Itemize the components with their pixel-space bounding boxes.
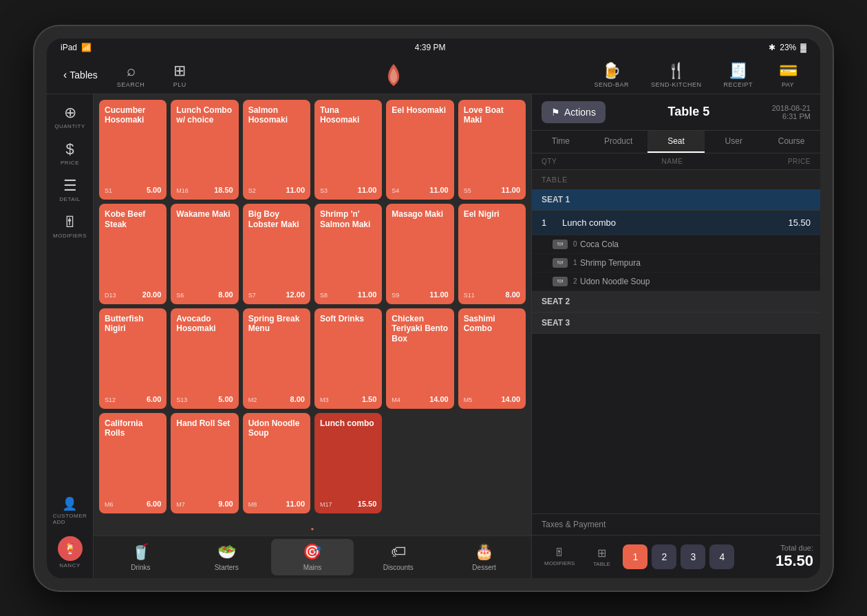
category-discounts[interactable]: 🏷 Discounts: [356, 539, 440, 575]
table-datetime: 2018-08-21 6:31 PM: [772, 104, 811, 120]
seat-3-button[interactable]: 3: [681, 544, 705, 569]
menu-item-code: S8: [320, 292, 328, 299]
price-button[interactable]: $ PRICE: [47, 136, 93, 170]
menu-item-s6[interactable]: Wakame Maki S6 8.00: [171, 204, 238, 304]
menu-item-code: S2: [248, 187, 256, 194]
menu-item-m16[interactable]: Lunch Combo w/ choice M16 18.50: [171, 100, 238, 200]
menu-item-m6[interactable]: California Rolls M6 6.00: [99, 413, 167, 513]
send-kitchen-icon: 🍴: [667, 62, 685, 80]
menu-item-s5[interactable]: Love Boat Maki S5 11.00: [458, 100, 526, 200]
menu-item-m5[interactable]: Sashimi Combo M5 14.00: [458, 308, 526, 409]
receipt-label: RECEIPT: [723, 81, 753, 88]
menu-item-name: Lunch combo: [320, 418, 376, 428]
menu-item-s13[interactable]: Avocado Hosomaki S13 5.00: [171, 308, 238, 409]
drinks-icon: 🥤: [131, 543, 150, 561]
menu-item-m4[interactable]: Chicken Teriyaki Bento Box M4 14.00: [386, 308, 453, 409]
col-qty: QTY: [542, 158, 557, 165]
nav-back-button[interactable]: ‹ Tables: [55, 69, 106, 81]
menu-item-m8[interactable]: Udon Noodle Soup M8 11.00: [243, 413, 310, 513]
send-kitchen-label: SEND-KITCHEN: [651, 81, 702, 88]
col-name: NAME: [662, 158, 683, 165]
table-action-button[interactable]: ⊞ TABLE: [584, 544, 619, 570]
menu-item-m7[interactable]: Hand Roll Set M7 9.00: [171, 413, 238, 513]
pay-button[interactable]: 💳 PAY: [764, 59, 812, 91]
category-mains[interactable]: 🎯 Mains: [271, 539, 354, 575]
menu-item-code: S4: [392, 187, 399, 194]
customer-add-icon: 👤: [62, 496, 77, 511]
order-item-lunch-combo[interactable]: 1 Lunch combo 15.50: [532, 211, 820, 235]
category-dessert[interactable]: 🎂 Dessert: [442, 539, 526, 575]
menu-item-s1[interactable]: Cucumber Hosomaki S1 5.00: [99, 100, 167, 200]
plu-toolbar-button[interactable]: ⊞ PLU: [156, 59, 204, 91]
table-action-label: TABLE: [593, 561, 610, 567]
modifier-name-2: Udon Noodle Soup: [580, 277, 650, 286]
seat-4-button[interactable]: 4: [709, 544, 734, 569]
actions-button[interactable]: ⚑ Actions: [542, 101, 606, 123]
discounts-icon: 🏷: [391, 543, 406, 561]
menu-item-s2[interactable]: Salmon Hosomaki S2 11.00: [243, 100, 310, 200]
menu-item-m3[interactable]: Soft Drinks M3 1.50: [314, 308, 382, 409]
device-frame: iPad 📶 4:39 PM ✱ 23% ▓ ‹ Tables ⌕ SEARCH…: [34, 26, 833, 591]
total-area: Total due: 15.50: [775, 541, 813, 573]
category-drinks[interactable]: 🥤 Drinks: [99, 539, 182, 575]
tab-product[interactable]: Product: [590, 131, 647, 153]
brand-logo: [381, 63, 406, 87]
detail-button[interactable]: ☰ DETAIL: [47, 173, 93, 206]
order-bottom: Taxes & Payment 🎚 MODIFIERS ⊞ TABLE 1 2 …: [532, 513, 820, 578]
modifier-num-0: 0: [573, 240, 580, 248]
receipt-button[interactable]: 🧾 RECEIPT: [712, 59, 764, 91]
menu-item-name: Soft Drinks: [320, 314, 376, 323]
mains-label: Mains: [303, 564, 322, 571]
seat-1-button[interactable]: 1: [623, 544, 647, 569]
category-starters[interactable]: 🥗 Starters: [185, 539, 268, 575]
menu-item-price: 8.00: [290, 395, 305, 403]
menu-item-price: 6.00: [147, 500, 161, 508]
seat1-label[interactable]: SEAT 1: [532, 189, 820, 211]
modifiers-sidebar-button[interactable]: 🎚 MODIFIERS: [47, 209, 93, 243]
customer-add-button[interactable]: 👤 CUSTOMERADD: [49, 492, 92, 529]
menu-item-s8[interactable]: Shrimp 'n' Salmon Maki S8 11.00: [314, 204, 382, 304]
menu-item-s3[interactable]: Tuna Hosomaki S3 11.00: [314, 100, 382, 200]
search-toolbar-button[interactable]: ⌕ SEARCH: [106, 59, 156, 91]
dessert-label: Dessert: [472, 564, 495, 571]
menu-item-code: D13: [105, 292, 116, 299]
menu-item-code: M3: [320, 396, 329, 403]
menu-item-s7[interactable]: Big Boy Lobster Maki S7 12.00: [243, 204, 310, 304]
modifiers-action-button[interactable]: 🎚 MODIFIERS: [539, 544, 580, 569]
menu-item-name: Eel Hosomaki: [392, 105, 448, 115]
send-kitchen-button[interactable]: 🍴 SEND-KITCHEN: [640, 59, 713, 91]
tab-course[interactable]: Course: [762, 131, 820, 153]
menu-item-m2[interactable]: Spring Break Menu M2 8.00: [243, 308, 310, 409]
quantity-button[interactable]: ⊕ QUANTITY: [47, 100, 93, 134]
bluetooth-icon: ✱: [769, 43, 775, 52]
menu-item-name: Hand Roll Set: [176, 418, 233, 428]
category-bar: 🥤 Drinks 🥗 Starters 🎯 Mains 🏷 Discounts …: [94, 535, 531, 578]
menu-item-price: 11.00: [501, 186, 520, 194]
battery-icon: ▓: [800, 43, 806, 52]
user-name-label: NANCY: [59, 562, 81, 569]
actions-label: Actions: [564, 107, 596, 118]
seat2-label[interactable]: SEAT 2: [532, 291, 820, 312]
menu-item-d13[interactable]: Kobe Beef Steak D13 20.00: [99, 204, 167, 304]
chevron-left-icon: ‹: [63, 69, 67, 81]
menu-item-price: 11.00: [358, 186, 377, 194]
order-tabs: Time Product Seat User Course: [532, 131, 820, 153]
menu-item-price: 11.00: [286, 186, 305, 194]
send-bar-button[interactable]: 🍺 SEND-BAR: [583, 59, 640, 91]
battery-label: 23%: [780, 43, 796, 52]
top-toolbar: ‹ Tables ⌕ SEARCH ⊞ PLU 🍺: [47, 56, 820, 94]
menu-item-s4[interactable]: Eel Hosomaki S4 11.00: [386, 100, 453, 200]
tab-user[interactable]: User: [705, 131, 762, 153]
menu-item-s12[interactable]: Butterfish Nigiri S12 6.00: [99, 308, 167, 409]
tab-time[interactable]: Time: [532, 131, 590, 153]
menu-item-s11[interactable]: Eel Nigiri S11 8.00: [458, 204, 526, 304]
nancy-user-button[interactable]: 🍹 NANCY: [54, 532, 87, 573]
seat-2-button[interactable]: 2: [652, 544, 676, 569]
menu-item-name: Spring Break Menu: [248, 314, 305, 334]
wifi-icon: 📶: [81, 43, 92, 52]
tab-seat[interactable]: Seat: [647, 131, 705, 153]
menu-item-s9[interactable]: Masago Maki S9 11.00: [386, 204, 453, 304]
menu-item-m17[interactable]: Lunch combo M17 15.50: [314, 413, 382, 513]
modifier-plate-icon-1: 🍽: [553, 258, 568, 268]
seat3-label[interactable]: SEAT 3: [532, 312, 820, 334]
